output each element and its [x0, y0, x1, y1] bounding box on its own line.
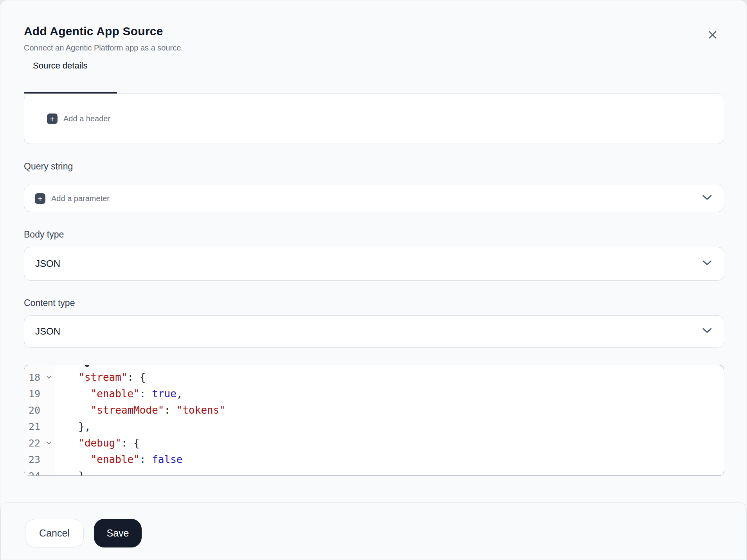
save-button[interactable]: Save: [94, 519, 142, 547]
plus-icon: +: [35, 193, 45, 204]
code-text: "stream": {: [55, 369, 146, 385]
code-line: 20 "streamMode": "tokens": [24, 402, 724, 418]
code-text: "enable": false: [55, 451, 182, 468]
code-line: 23 "enable": false: [24, 451, 724, 468]
content-type-label: Content type: [24, 298, 75, 308]
clipped-previous-line: [85, 365, 89, 367]
code-lines: 18 "stream": {19 "enable": true,20 "stre…: [24, 369, 724, 476]
chevron-down-icon[interactable]: [702, 194, 713, 203]
cancel-button[interactable]: Cancel: [25, 519, 84, 547]
chevron-down-icon: [702, 259, 713, 268]
content-type-select[interactable]: JSON: [24, 315, 724, 348]
body-type-value: JSON: [35, 258, 60, 269]
code-text: "enable": true,: [55, 385, 182, 402]
dialog-footer: Cancel Save: [0, 502, 747, 560]
line-number: 20: [29, 405, 45, 416]
chevron-down-icon: [702, 327, 713, 336]
body-type-select[interactable]: JSON: [24, 247, 724, 281]
page-subtitle: Connect an Agentic Platform app as a sou…: [24, 43, 183, 52]
code-text: "debug": {: [55, 435, 140, 451]
tab-label: Source details: [33, 61, 87, 71]
code-text: "streamMode": "tokens": [55, 402, 225, 418]
add-header-button[interactable]: + Add a header: [24, 94, 724, 144]
add-agentic-app-source-dialog: Add Agentic App Source Connect an Agenti…: [0, 0, 747, 560]
line-number: 24: [29, 470, 45, 476]
line-number: 23: [29, 454, 45, 465]
query-string-label: Query string: [24, 161, 73, 172]
fold-chevron-icon[interactable]: [45, 375, 53, 379]
line-number: 19: [29, 388, 45, 400]
code-text: }: [55, 468, 85, 476]
code-line: 18 "stream": {: [24, 369, 724, 385]
close-button[interactable]: [704, 26, 721, 43]
add-parameter-button[interactable]: + Add a parameter: [24, 185, 724, 212]
code-line: 24 }: [24, 468, 724, 476]
code-line: 22 "debug": {: [24, 435, 724, 451]
tab-source-details[interactable]: Source details: [24, 58, 117, 94]
line-number: 18: [29, 372, 45, 383]
code-line: 21 },: [24, 418, 724, 435]
body-type-label: Body type: [24, 229, 64, 240]
line-number: 22: [29, 438, 45, 449]
close-icon: [708, 30, 717, 40]
plus-icon: +: [47, 113, 58, 124]
headers-card: + Add a header: [24, 94, 724, 144]
fold-chevron-icon[interactable]: [45, 441, 53, 445]
code-text: },: [55, 418, 91, 435]
add-parameter-label: Add a parameter: [51, 194, 110, 203]
add-header-label: Add a header: [63, 114, 110, 123]
query-string-card: + Add a parameter: [24, 185, 724, 212]
line-number: 21: [29, 421, 45, 432]
code-line: 19 "enable": true,: [24, 385, 724, 402]
page-title: Add Agentic App Source: [24, 25, 163, 38]
content-type-value: JSON: [35, 326, 60, 337]
json-body-code-editor[interactable]: 18 "stream": {19 "enable": true,20 "stre…: [24, 365, 724, 476]
